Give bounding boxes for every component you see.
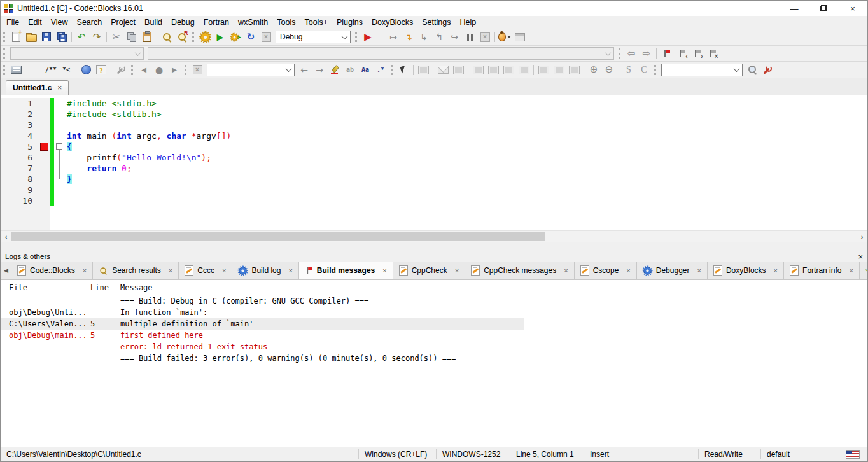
logs-tab-debugger[interactable]: Debugger× <box>637 262 708 279</box>
wx-envelope-button[interactable] <box>435 63 451 77</box>
build-and-run-button[interactable]: ▶ <box>228 30 243 44</box>
incsearch-forward-button[interactable]: → <box>312 63 327 77</box>
wx-sizer-v-button[interactable] <box>486 63 501 77</box>
logs-tab-search-results[interactable]: Search results× <box>93 262 179 279</box>
chevron-down-icon[interactable] <box>339 32 349 42</box>
incsearch-back-button[interactable]: ← <box>297 63 312 77</box>
breakpoint-margin[interactable] <box>38 130 50 141</box>
code-completion-scope-combobox[interactable] <box>10 47 144 60</box>
prev-bookmark-button[interactable]: ‹ <box>674 46 689 60</box>
chevron-down-icon[interactable] <box>283 65 293 75</box>
wx-zoom-out-button[interactable]: ⊖ <box>601 63 617 77</box>
logs-tab-cscope[interactable]: Cscope× <box>575 262 637 279</box>
menu-plugins[interactable]: Plugins <box>332 17 367 28</box>
wx-note-button[interactable] <box>451 63 466 77</box>
close-button[interactable]: × <box>838 1 867 16</box>
step-out-button[interactable]: ↰ <box>431 30 447 44</box>
column-header-line[interactable]: Line <box>85 282 116 293</box>
new-file-button[interactable]: + <box>8 30 24 44</box>
breakpoint-margin[interactable] <box>38 152 50 163</box>
fold-margin[interactable] <box>54 109 65 120</box>
tab-close-icon[interactable]: × <box>564 267 568 274</box>
breakpoint-margin[interactable] <box>38 141 50 152</box>
regex-button[interactable]: .* <box>373 63 388 77</box>
menu-doxyblocks[interactable]: DoxyBlocks <box>367 17 417 28</box>
toolbar-gripper[interactable] <box>131 65 133 75</box>
menu-wxsmith[interactable]: wxSmith <box>234 17 272 28</box>
logs-tab-partial[interactable]: ↶ <box>860 262 867 279</box>
logs-tab-build-messages[interactable]: Build messages× <box>299 262 393 279</box>
toolbar-gripper[interactable] <box>185 65 186 75</box>
tab-close-icon[interactable]: × <box>455 267 459 274</box>
column-header-message[interactable]: Message <box>116 282 867 293</box>
chevron-down-icon[interactable] <box>132 48 143 59</box>
scroll-right-icon[interactable]: › <box>857 231 867 242</box>
cut-button[interactable]: ✂ <box>109 30 124 44</box>
menu-tools[interactable]: Tools <box>272 17 300 28</box>
tab-close-icon[interactable]: × <box>774 267 778 274</box>
logs-tab-fortran-info[interactable]: Fortran info× <box>784 262 860 279</box>
menu-help[interactable]: Help <box>455 17 480 28</box>
tab-close-icon[interactable]: × <box>222 267 226 274</box>
fold-margin[interactable] <box>54 120 65 130</box>
build-message-row[interactable]: === Build: Debug in C (compiler: GNU GCC… <box>1 295 524 307</box>
find-button[interactable] <box>159 30 174 44</box>
run-button[interactable]: ▶ <box>213 30 228 44</box>
toolbar-gripper[interactable] <box>654 65 656 75</box>
wx-sizer-h-button[interactable] <box>470 63 486 77</box>
incsearch-clear-button[interactable]: × <box>190 63 205 77</box>
next-bookmark-button[interactable]: › <box>689 46 704 60</box>
breakpoint-margin[interactable] <box>38 109 50 120</box>
menu-project[interactable]: Project <box>106 17 140 28</box>
code-editor[interactable]: 1#include <stdio.h>2#include <stdlib.h>3… <box>1 95 867 230</box>
thread-search-combobox[interactable] <box>661 64 743 76</box>
wx-sizer-grid-button[interactable] <box>501 63 516 77</box>
build-message-row[interactable]: error: ld returned 1 exit status <box>1 341 524 353</box>
pause-debug-button[interactable] <box>462 30 477 44</box>
code-completion-function-combobox[interactable] <box>148 47 614 60</box>
run-to-cursor-button[interactable]: ↦ <box>386 30 401 44</box>
fold-margin[interactable] <box>54 195 65 206</box>
toggle-bookmark-button[interactable] <box>659 46 674 60</box>
stop-debug-button[interactable]: × <box>477 30 493 44</box>
scroll-left-icon[interactable]: ‹ <box>1 231 11 242</box>
build-button[interactable] <box>197 30 213 44</box>
menu-fortran[interactable]: Fortran <box>199 17 234 28</box>
toolbar-gripper[interactable] <box>3 65 5 75</box>
thread-search-run-button[interactable] <box>745 63 760 77</box>
step-into-button[interactable]: ↳ <box>416 30 431 44</box>
doxy-view-html-button[interactable] <box>78 63 94 77</box>
save-all-button[interactable] <box>54 30 69 44</box>
wx-border-right-button[interactable] <box>536 63 551 77</box>
minimize-button[interactable]: — <box>780 1 809 16</box>
save-button[interactable] <box>39 30 54 44</box>
doxy-options-button[interactable] <box>113 63 129 77</box>
incsearch-combobox[interactable] <box>207 64 295 76</box>
various-info-button[interactable] <box>512 30 528 44</box>
menu-edit[interactable]: Edit <box>24 17 46 28</box>
incsearch-next-button[interactable]: ▶ <box>167 63 182 77</box>
wx-border-both-button[interactable] <box>566 63 582 77</box>
menu-tools[interactable]: Tools+ <box>300 17 332 28</box>
chevron-down-icon[interactable] <box>603 48 613 59</box>
chevron-down-icon[interactable] <box>731 65 741 75</box>
incsearch-selected-only-button[interactable]: ab <box>342 63 358 77</box>
redo-button[interactable]: ↷ <box>89 30 104 44</box>
logs-tab-cppcheck-messages[interactable]: CppCheck messages× <box>465 262 575 279</box>
tab-close-icon[interactable]: × <box>626 267 630 274</box>
tab-close-icon[interactable]: × <box>697 267 701 274</box>
tab-close-icon[interactable]: × <box>169 267 172 274</box>
breakpoint-margin[interactable] <box>38 174 50 185</box>
fold-margin[interactable] <box>54 141 65 152</box>
wx-sizer-box-button[interactable] <box>516 63 531 77</box>
wx-zoom-in-button[interactable]: ⊕ <box>586 63 601 77</box>
thread-search-options-button[interactable] <box>760 63 775 77</box>
breakpoint-icon[interactable] <box>40 143 48 151</box>
build-message-row[interactable]: C:\Users\Valen...5multiple definition of… <box>1 318 524 330</box>
toolbar-gripper[interactable] <box>391 65 393 75</box>
fold-margin[interactable] <box>54 130 65 141</box>
doxy-extract-button[interactable] <box>8 63 24 77</box>
fold-margin[interactable] <box>54 163 65 174</box>
incsearch-toggle-button[interactable]: ● <box>151 63 167 77</box>
breakpoint-margin[interactable] <box>38 120 50 130</box>
